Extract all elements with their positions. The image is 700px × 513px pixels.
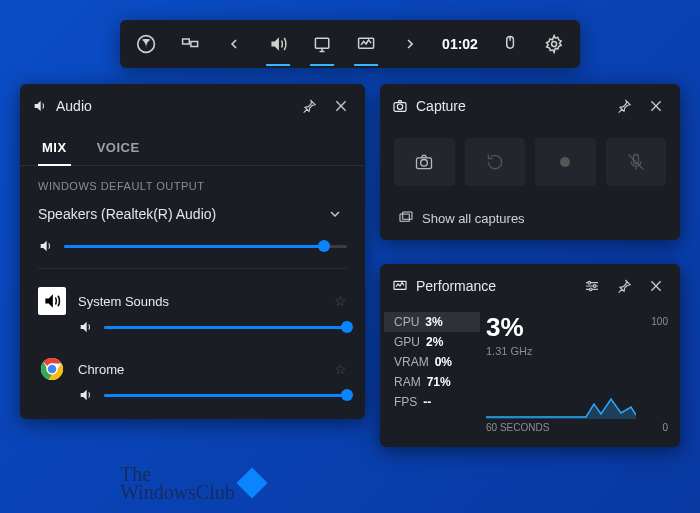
volume-icon[interactable] [78, 319, 94, 335]
watermark-logo-icon [236, 467, 267, 498]
favorite-star-icon[interactable]: ☆ [334, 293, 347, 309]
y-axis-min: 0 [662, 422, 668, 433]
options-icon[interactable] [580, 274, 604, 298]
capture-panel: Capture Show all captures [380, 84, 680, 240]
watermark: The WindowsClub [120, 465, 263, 501]
metric-chart: 3% 1.31 GHz 100 0 60 SECONDS [480, 312, 680, 439]
pin-icon[interactable] [612, 94, 636, 118]
metric-vram[interactable]: VRAM0% [384, 352, 480, 372]
prev-button[interactable] [212, 24, 256, 64]
settings-icon[interactable] [532, 24, 576, 64]
chevron-down-icon[interactable] [323, 202, 347, 226]
app-name: Chrome [78, 362, 322, 377]
system-sounds-icon [38, 287, 66, 315]
panel-title: Capture [416, 98, 604, 114]
metric-cpu[interactable]: CPU3% [384, 312, 480, 332]
mouse-icon[interactable] [488, 24, 532, 64]
performance-toolbar-button[interactable] [344, 24, 388, 64]
app-row-chrome: Chrome ☆ [20, 345, 365, 385]
svg-point-19 [588, 281, 591, 284]
widgets-icon[interactable] [168, 24, 212, 64]
app-volume-slider[interactable] [104, 326, 347, 329]
app-name: System Sounds [78, 294, 322, 309]
performance-panel: Performance CPU3% GPU2% VRAM0% RAM71% FP… [380, 264, 680, 447]
output-section-label: WINDOWS DEFAULT OUTPUT [20, 166, 365, 198]
close-icon[interactable] [644, 94, 668, 118]
output-device-name: Speakers (Realtek(R) Audio) [38, 206, 323, 222]
svg-rect-16 [400, 214, 409, 221]
svg-rect-1 [183, 39, 190, 44]
metric-gpu[interactable]: GPU2% [384, 332, 480, 352]
svg-point-20 [593, 285, 596, 288]
audio-panel: Audio MIX VOICE WINDOWS DEFAULT OUTPUT S… [20, 84, 365, 419]
camera-icon [392, 98, 408, 114]
y-axis-max: 100 [651, 316, 668, 327]
audio-tabs: MIX VOICE [20, 128, 365, 166]
app-row-system-sounds: System Sounds ☆ [20, 277, 365, 317]
svg-point-21 [589, 288, 592, 291]
divider [38, 268, 347, 269]
app-volume-slider[interactable] [104, 394, 347, 397]
xbox-icon[interactable] [124, 24, 168, 64]
panel-title: Performance [416, 278, 572, 294]
svg-point-11 [397, 104, 402, 109]
svg-rect-2 [191, 42, 198, 47]
audio-toolbar-button[interactable] [256, 24, 300, 64]
svg-point-13 [421, 160, 428, 167]
close-icon[interactable] [329, 94, 353, 118]
metric-ram[interactable]: RAM71% [384, 372, 480, 392]
game-bar-toolbar: 01:02 [120, 20, 580, 68]
performance-icon [392, 278, 408, 294]
record-last-button[interactable] [465, 138, 526, 186]
mic-off-button[interactable] [606, 138, 667, 186]
screenshot-button[interactable] [394, 138, 455, 186]
svg-rect-17 [403, 212, 412, 219]
favorite-star-icon[interactable]: ☆ [334, 361, 347, 377]
selected-metric-value: 3% [486, 312, 668, 343]
speaker-icon [32, 98, 48, 114]
panel-title: Audio [56, 98, 289, 114]
tab-voice[interactable]: VOICE [93, 132, 144, 165]
capture-toolbar-button[interactable] [300, 24, 344, 64]
show-all-captures-link[interactable]: Show all captures [380, 200, 680, 240]
chrome-icon [38, 355, 66, 383]
tab-mix[interactable]: MIX [38, 132, 71, 165]
pin-icon[interactable] [612, 274, 636, 298]
svg-rect-3 [315, 38, 328, 48]
show-all-label: Show all captures [422, 211, 525, 226]
selected-metric-sub: 1.31 GHz [486, 345, 668, 357]
volume-icon[interactable] [78, 387, 94, 403]
sparkline [486, 379, 636, 419]
elapsed-time: 01:02 [432, 36, 488, 52]
svg-point-6 [551, 42, 556, 47]
gallery-icon [398, 210, 414, 226]
x-axis-label: 60 SECONDS [486, 422, 549, 433]
svg-point-14 [560, 157, 570, 167]
volume-icon[interactable] [38, 238, 54, 254]
master-volume-slider[interactable] [64, 245, 347, 248]
metric-list: CPU3% GPU2% VRAM0% RAM71% FPS-- [380, 312, 480, 439]
metric-fps[interactable]: FPS-- [384, 392, 480, 412]
next-button[interactable] [388, 24, 432, 64]
pin-icon[interactable] [297, 94, 321, 118]
record-button[interactable] [535, 138, 596, 186]
close-icon[interactable] [644, 274, 668, 298]
